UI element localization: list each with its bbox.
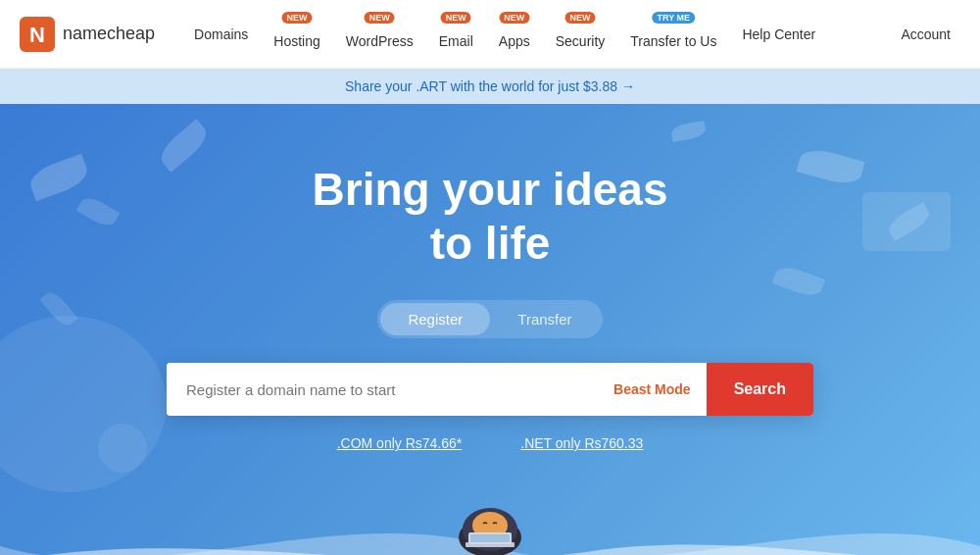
nav-label-wordpress: WordPress (346, 33, 414, 49)
nav-item-account[interactable]: Account (891, 19, 960, 50)
nav-label-account: Account (901, 26, 951, 42)
deco-blob (0, 316, 167, 492)
nav-label-help: Help Center (742, 26, 815, 42)
tab-transfer[interactable]: Transfer (490, 303, 599, 335)
deco-circle (98, 424, 147, 473)
nav-item-apps[interactable]: NEW Apps (489, 12, 540, 57)
price-net[interactable]: .NET only Rs760.33 (520, 435, 643, 451)
nav-item-transfer[interactable]: TRY ME Transfer to Us (620, 12, 726, 57)
search-input[interactable] (167, 363, 598, 416)
search-button[interactable]: Search (707, 363, 813, 416)
hero-title: Bring your ideas to life (313, 163, 668, 271)
logo[interactable]: N namecheap (20, 17, 155, 52)
deco-leaf-3 (155, 119, 212, 173)
deco-leaf-8 (670, 121, 707, 142)
header: N namecheap Domains NEW Hosting NEW Word… (0, 0, 980, 69)
hero-section: Bring your ideas to life Register Transf… (0, 104, 980, 555)
badge-hosting: NEW (282, 12, 313, 24)
badge-transfer: TRY ME (653, 12, 696, 24)
nav-label-transfer: Transfer to Us (630, 33, 716, 49)
main-nav: Domains NEW Hosting NEW WordPress NEW Em… (184, 12, 960, 57)
nav-label-security: Security (556, 33, 606, 49)
deco-leaf-2 (76, 193, 121, 229)
tab-register[interactable]: Register (380, 303, 490, 335)
svg-rect-7 (470, 534, 510, 542)
svg-text:N: N (29, 23, 45, 47)
deco-leaf-4 (796, 145, 864, 188)
tab-group: Register Transfer (377, 300, 602, 338)
badge-wordpress: NEW (365, 12, 395, 24)
logo-icon: N (20, 17, 55, 52)
beast-mode-button[interactable]: Beast Mode (598, 363, 707, 416)
hero-title-line2: to life (430, 218, 551, 269)
nav-item-email[interactable]: NEW Email (429, 12, 483, 57)
badge-email: NEW (441, 12, 471, 24)
domain-prices: .COM only Rs74.66* .NET only Rs760.33 (337, 435, 644, 451)
nav-item-wordpress[interactable]: NEW WordPress (336, 12, 423, 57)
nav-item-security[interactable]: NEW Security (546, 12, 615, 57)
mascot-hedgehog (441, 479, 539, 555)
deco-laptop (862, 192, 951, 251)
deco-leaf-1 (26, 154, 92, 202)
search-bar: Beast Mode Search (167, 363, 813, 416)
nav-item-domains[interactable]: Domains (184, 19, 258, 50)
logo-text: namecheap (63, 24, 155, 44)
price-com[interactable]: .COM only Rs74.66* (337, 435, 463, 451)
promo-text: Share your .ART with the world for just … (345, 78, 635, 94)
promo-bar[interactable]: Share your .ART with the world for just … (0, 69, 980, 104)
badge-security: NEW (565, 12, 596, 24)
nav-label-apps: Apps (499, 33, 530, 49)
nav-label-hosting: Hosting (273, 33, 319, 49)
badge-apps: NEW (499, 12, 529, 24)
nav-item-hosting[interactable]: NEW Hosting (264, 12, 329, 57)
nav-label-email: Email (439, 33, 473, 49)
hero-title-line1: Bring your ideas (313, 164, 668, 215)
deco-leaf-6 (772, 263, 826, 300)
nav-item-help[interactable]: Help Center (732, 19, 825, 50)
nav-label-domains: Domains (194, 26, 248, 42)
